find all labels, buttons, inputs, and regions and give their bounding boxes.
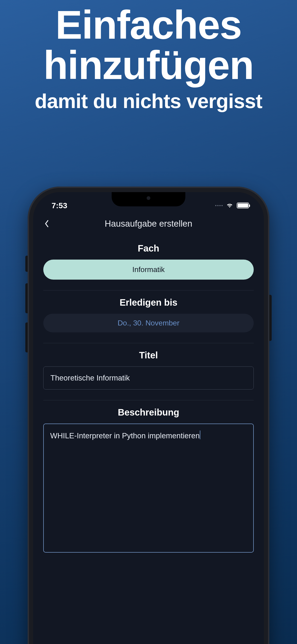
due-section: Erledigen bis Do., 30. November: [43, 290, 254, 343]
camera-dot-icon: [147, 196, 150, 200]
wifi-icon: [226, 203, 234, 208]
promo-headline-line2: hinzufügen: [0, 45, 297, 85]
subject-chip[interactable]: Informatik: [43, 260, 254, 280]
description-section: Beschreibung WHILE-Interpreter in Python…: [43, 400, 254, 552]
title-section: Titel: [43, 343, 254, 400]
description-text: WHILE-Interpreter in Python implementier…: [50, 432, 200, 440]
phone-notch: [112, 192, 185, 206]
cellular-icon: [215, 205, 223, 206]
title-input[interactable]: [43, 366, 254, 390]
description-input[interactable]: WHILE-Interpreter in Python implementier…: [43, 424, 254, 552]
chevron-left-icon: [44, 220, 49, 228]
phone-side-button: [25, 283, 28, 313]
text-cursor-icon: [200, 430, 200, 439]
back-button[interactable]: [42, 218, 52, 229]
promo-subhead: damit du nichts vergisst: [0, 89, 297, 113]
phone-side-button: [25, 322, 28, 352]
phone-mockup: 7:53: [28, 186, 269, 644]
status-time: 7:53: [52, 201, 67, 210]
subject-label: Fach: [43, 243, 254, 254]
phone-side-button: [25, 256, 28, 272]
form-content: Fach Informatik Erledigen bis Do., 30. N…: [33, 233, 264, 552]
due-label: Erledigen bis: [43, 297, 254, 308]
promo-header: Einfaches hinzufügen damit du nichts ver…: [0, 0, 297, 113]
subject-section: Fach Informatik: [43, 243, 254, 290]
promo-headline-line1: Einfaches: [0, 4, 297, 45]
description-label: Beschreibung: [43, 407, 254, 418]
nav-header: Hausaufgabe erstellen: [33, 215, 264, 233]
page-title: Hausaufgabe erstellen: [105, 219, 192, 229]
battery-icon: [237, 202, 249, 208]
phone-side-button: [269, 295, 272, 341]
title-label: Titel: [43, 350, 254, 360]
due-date-chip[interactable]: Do., 30. November: [43, 314, 254, 332]
